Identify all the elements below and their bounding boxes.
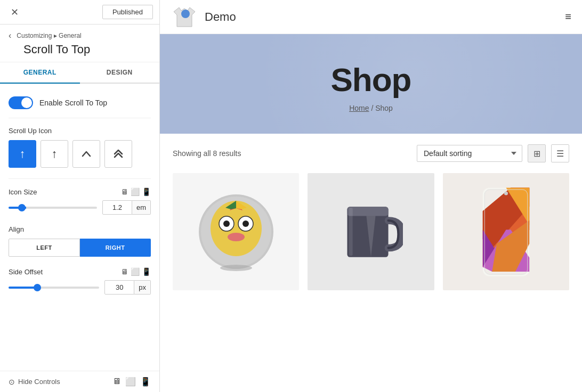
enable-toggle-row: Enable Scroll To Top	[9, 92, 151, 118]
back-button[interactable]: ‹	[9, 31, 11, 40]
tab-design[interactable]: DESIGN	[80, 62, 160, 83]
svg-point-9	[228, 233, 245, 241]
hamburger-menu[interactable]: ≡	[565, 11, 571, 23]
align-label: Align	[9, 225, 151, 233]
svg-point-13	[220, 265, 252, 271]
results-count: Showing all 8 results	[173, 149, 241, 158]
section-header: ‹ Customizing ▸ General Scroll To Top	[0, 24, 159, 62]
icon-option-chevron-up[interactable]	[72, 140, 100, 168]
shop-title: Shop	[331, 61, 411, 99]
tablet-icon[interactable]: ⬜	[131, 187, 140, 196]
shop-hero: Shop Home / Shop	[160, 34, 582, 134]
demo-header: Demo ≡	[160, 0, 582, 34]
svg-point-1	[181, 10, 190, 18]
icon-option-arrow-up-outline[interactable]: ↑	[41, 140, 68, 168]
product-card-1[interactable]	[173, 173, 299, 290]
tabs-bar: GENERAL DESIGN	[0, 62, 159, 84]
svg-point-8	[242, 220, 249, 227]
align-row: LEFT RIGHT	[9, 239, 151, 257]
published-button[interactable]: Published	[102, 5, 153, 19]
side-offset-tablet-icon[interactable]: ⬜	[131, 267, 140, 276]
icon-size-value-box: em	[102, 200, 151, 215]
product-card-2[interactable]	[308, 173, 434, 290]
product-card-3[interactable]	[443, 173, 569, 290]
side-offset-mobile-icon[interactable]: 📱	[142, 267, 151, 276]
demo-brand: Demo	[171, 3, 236, 31]
enable-scroll-label: Enable Scroll To Top	[39, 99, 107, 107]
footer-device-icons: 🖥 ⬜ 📱	[112, 377, 151, 387]
scroll-up-icon-label: Scroll Up Icon	[9, 127, 151, 135]
svg-point-7	[223, 220, 230, 227]
product-grid	[173, 173, 569, 290]
hide-controls-button[interactable]: ⊙ Hide Controls	[9, 378, 60, 386]
mobile-icon[interactable]: 📱	[142, 187, 151, 196]
side-offset-input[interactable]	[104, 280, 134, 295]
demo-title-text: Demo	[205, 10, 236, 24]
breadcrumb: Customizing ▸ General	[17, 32, 81, 39]
demo-logo	[171, 3, 198, 31]
footer-tablet-icon[interactable]: ⬜	[125, 377, 136, 387]
side-offset-desktop-icon[interactable]: 🖥	[121, 267, 128, 276]
footer-mobile-icon[interactable]: 📱	[140, 377, 151, 387]
side-offset-label: Side Offset	[9, 268, 43, 276]
icon-size-slider-row: em	[9, 200, 151, 215]
hide-controls-label: Hide Controls	[18, 378, 60, 386]
tab-general[interactable]: GENERAL	[0, 62, 80, 84]
icon-size-device-icons: 🖥 ⬜ 📱	[121, 187, 151, 196]
close-button[interactable]: ✕	[6, 4, 23, 20]
grid-view-button[interactable]: ⊞	[528, 144, 546, 162]
icon-size-input[interactable]	[102, 200, 132, 215]
breadcrumb-home-link[interactable]: Home	[349, 104, 369, 112]
icon-option-double-chevron-up[interactable]	[104, 140, 132, 168]
shop-breadcrumb: Home / Shop	[349, 104, 393, 112]
right-panel: Demo ≡ Shop Home / Shop Showing all 8 re…	[160, 0, 582, 392]
side-offset-device-icons: 🖥 ⬜ 📱	[121, 267, 151, 276]
enable-scroll-toggle[interactable]	[9, 96, 33, 109]
left-panel: ✕ Published ‹ Customizing ▸ General Scro…	[0, 0, 160, 392]
list-view-button[interactable]: ☰	[551, 144, 569, 162]
svg-point-27	[504, 191, 508, 195]
section-title: Scroll To Top	[23, 43, 151, 56]
desktop-icon[interactable]: 🖥	[121, 187, 128, 196]
svg-point-4	[211, 201, 262, 256]
side-offset-slider[interactable]	[9, 287, 99, 289]
icon-size-row: Icon Size 🖥 ⬜ 📱	[9, 187, 151, 196]
icon-picker: ↑ ↑	[9, 140, 151, 168]
icon-size-unit: em	[132, 200, 151, 215]
icon-size-slider[interactable]	[9, 207, 97, 209]
side-offset-unit: px	[134, 280, 151, 295]
align-left-button[interactable]: LEFT	[9, 239, 80, 257]
side-offset-row: Side Offset 🖥 ⬜ 📱	[9, 267, 151, 276]
icon-size-label: Icon Size	[9, 188, 37, 196]
products-toolbar: Showing all 8 results Default sorting So…	[173, 144, 569, 162]
svg-rect-15	[347, 207, 388, 216]
side-offset-slider-row: px	[9, 280, 151, 295]
panel-body: Enable Scroll To Top Scroll Up Icon ↑ ↑ …	[0, 84, 159, 371]
products-section: Showing all 8 results Default sorting So…	[160, 134, 582, 392]
icon-option-arrow-up-filled[interactable]: ↑	[9, 140, 36, 168]
toolbar-right: Default sorting Sort by popularity Sort …	[417, 144, 569, 162]
panel-footer: ⊙ Hide Controls 🖥 ⬜ 📱	[0, 371, 159, 392]
svg-rect-17	[349, 208, 353, 256]
sort-select[interactable]: Default sorting Sort by popularity Sort …	[417, 145, 522, 162]
side-offset-value-box: px	[104, 280, 151, 295]
align-right-button[interactable]: RIGHT	[80, 239, 151, 257]
footer-desktop-icon[interactable]: 🖥	[112, 377, 121, 387]
hide-controls-icon: ⊙	[9, 378, 15, 386]
top-bar: ✕ Published	[0, 0, 159, 24]
